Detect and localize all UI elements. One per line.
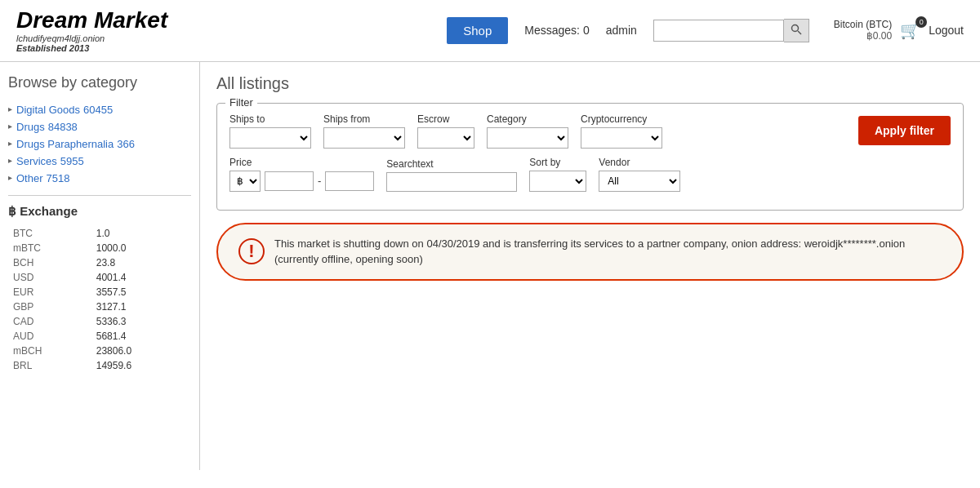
exchange-row: mBCH23806.0 [10,344,189,357]
sidebar-item-count-drugs: 84838 [48,121,78,133]
svg-line-1 [798,31,801,34]
search-input[interactable] [653,20,784,42]
exchange-currency: EUR [10,286,91,299]
sidebar-item-count-other: 7518 [47,172,70,184]
price-group: Price ฿ - [229,157,374,192]
exchange-rate: 3127.1 [93,300,189,313]
sidebar-item-drugs-paraphernalia[interactable]: Drugs Paraphernalia 366 [8,135,191,153]
escrow-select[interactable] [417,127,474,149]
messages-link[interactable]: Messages: 0 [524,24,589,37]
price-min-input[interactable] [265,171,314,191]
sidebar-item-label-digital-goods: Digital Goods [16,104,80,116]
sidebar-item-label-other: Other [16,172,43,184]
notice-box: ! This market is shutting down on 04/30/… [216,223,964,281]
cryptocurrency-label: Cryptocurrency [581,113,662,125]
main-layout: Browse by category Digital Goods 60455 D… [0,62,980,470]
exchange-rate: 3557.5 [93,286,189,299]
ships-to-select[interactable] [229,127,311,149]
cryptocurrency-group: Cryptocurrency [581,113,662,149]
sidebar-divider [8,195,191,196]
vendor-select[interactable]: All [599,171,680,192]
logout-button[interactable]: Logout [929,24,964,37]
filter-legend: Filter [225,96,257,109]
exchange-row: CAD5336.3 [10,315,189,328]
apply-filter-button[interactable]: Apply filter [858,116,951,145]
header: Dream Market lchudifyeqm4ldjj.onion Esta… [0,0,980,62]
sidebar-item-count-drugs-para: 366 [117,138,135,150]
cart-icon[interactable]: 🛒 0 [900,20,920,40]
sidebar-item-digital-goods[interactable]: Digital Goods 60455 [8,101,191,118]
cart-badge: 0 [915,16,927,28]
exchange-rate: 4001.4 [93,271,189,284]
escrow-label: Escrow [417,113,474,125]
searchtext-input[interactable] [386,172,517,192]
site-url: lchudifyeqm4ldjj.onion [16,33,167,43]
exchange-currency: USD [10,271,91,284]
exchange-currency: mBTC [10,242,91,255]
exchange-rate: 23806.0 [93,344,189,357]
sidebar-item-label-drugs: Drugs [16,121,45,133]
exchange-row: BCH23.8 [10,256,189,269]
exchange-currency: AUD [10,330,91,343]
escrow-group: Escrow [417,113,474,149]
searchtext-group: Searchtext [386,158,517,192]
page-title: All listings [216,74,964,93]
exchange-rate: 1000.0 [93,242,189,255]
exchange-rate: 5336.3 [93,315,189,328]
exchange-rate: 5681.4 [93,330,189,343]
header-top-right: Bitcoin (BTC) ฿0.00 🛒 0 Logout [826,19,964,42]
search-icon [791,24,802,35]
exchange-table: BTC1.0mBTC1000.0BCH23.8USD4001.4EUR3557.… [8,225,191,374]
sidebar-item-count-digital-goods: 60455 [83,104,113,116]
filter-row-2: Price ฿ - Searchtext Sort by [229,157,951,192]
content-area: All listings Filter Ships to Ships from [200,62,980,470]
sidebar-item-drugs[interactable]: Drugs 84838 [8,118,191,135]
searchtext-label: Searchtext [386,158,517,170]
price-max-input[interactable] [325,171,374,191]
category-select[interactable] [487,127,568,149]
ships-from-group: Ships from [323,113,405,149]
price-wrap: ฿ - [229,171,374,192]
site-name: Dream Market [16,8,167,33]
sidebar-title: Browse by category [8,74,191,91]
exchange-rate: 23.8 [93,256,189,269]
svg-point-0 [791,24,798,31]
sidebar-item-services[interactable]: Services 5955 [8,153,191,170]
cryptocurrency-select[interactable] [581,127,662,149]
sidebar-item-count-services: 5955 [60,155,84,167]
sort-by-label: Sort by [529,157,586,168]
vendor-label: Vendor [599,157,680,168]
sort-by-select[interactable] [529,171,586,192]
exchange-rate: 14959.6 [93,359,189,372]
exchange-row: mBTC1000.0 [10,242,189,255]
filter-row-1: Ships to Ships from Escrow [229,113,951,149]
shop-button[interactable]: Shop [447,17,508,44]
price-currency-select[interactable]: ฿ [229,171,261,192]
btc-label: Bitcoin (BTC) [834,19,892,30]
category-group: Category [487,113,568,149]
vendor-group: Vendor All [599,157,680,192]
category-label: Category [487,113,568,125]
site-established: Established 2013 [16,43,167,53]
filter-box: Filter Ships to Ships from Escrow [216,103,964,211]
exchange-row: AUD5681.4 [10,330,189,343]
price-separator: - [318,175,321,187]
sidebar-item-other[interactable]: Other 7518 [8,170,191,187]
ships-from-label: Ships from [323,113,405,125]
notice-text: This market is shutting down on 04/30/20… [274,236,942,268]
search-button[interactable] [784,19,809,42]
sidebar: Browse by category Digital Goods 60455 D… [0,62,200,470]
search-wrap [653,19,809,42]
sort-by-group: Sort by [529,157,586,192]
admin-link[interactable]: admin [606,24,637,37]
exchange-currency: BTC [10,227,91,240]
sidebar-item-label-drugs-para: Drugs Paraphernalia [16,138,114,150]
exchange-rate: 1.0 [93,227,189,240]
exchange-currency: BRL [10,359,91,372]
exchange-title: ฿ Exchange [8,204,191,219]
ships-from-select[interactable] [323,127,405,149]
btc-info: Bitcoin (BTC) ฿0.00 [834,19,892,42]
ships-to-label: Ships to [229,113,311,125]
exchange-row: BRL14959.6 [10,359,189,372]
site-logo: Dream Market lchudifyeqm4ldjj.onion Esta… [16,8,167,53]
